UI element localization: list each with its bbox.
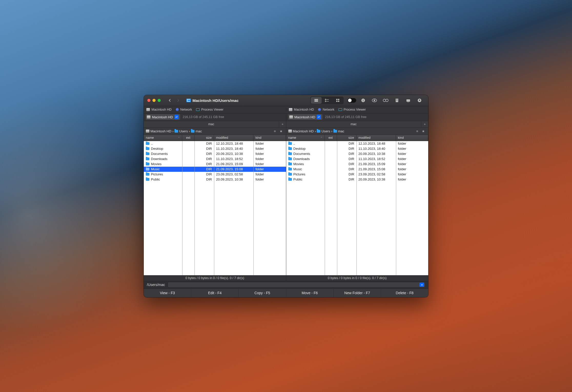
drive-selector-left[interactable]: Macintosh HD ▴▾ bbox=[146, 114, 180, 120]
col-size[interactable]: size bbox=[337, 135, 356, 141]
location-network[interactable]: Network bbox=[318, 108, 334, 111]
location-macintosh-hd[interactable]: Macintosh HD bbox=[289, 108, 314, 111]
table-row[interactable]: PublicDIR20.09.2023, 10:38folder bbox=[286, 177, 428, 182]
disk-icon bbox=[288, 130, 292, 133]
col-size-label: size bbox=[206, 136, 212, 140]
table-row[interactable]: MoviesDIR21.09.2023, 15:09folder bbox=[144, 162, 286, 167]
chevron-right-icon: › bbox=[315, 129, 316, 133]
table-row[interactable]: DesktopDIR11.10.2023, 18:40folder bbox=[144, 146, 286, 151]
file-kind: folder bbox=[253, 142, 286, 145]
view-grid-button[interactable] bbox=[332, 97, 343, 104]
file-name: Movies bbox=[151, 162, 161, 166]
col-size[interactable]: size bbox=[195, 135, 214, 141]
tab-right[interactable]: mac bbox=[286, 121, 421, 128]
dual-pane-toggle[interactable] bbox=[347, 97, 357, 104]
share-button[interactable] bbox=[403, 97, 413, 104]
col-ext[interactable]: ext bbox=[182, 135, 195, 141]
nav-forward-button[interactable] bbox=[175, 97, 182, 104]
location-macintosh-hd[interactable]: Macintosh HD bbox=[146, 108, 172, 111]
table-row[interactable]: DesktopDIR11.10.2023, 18:40folder bbox=[286, 146, 428, 151]
breadcrumb-item[interactable]: Macintosh HD bbox=[288, 129, 314, 133]
col-ext[interactable]: ext bbox=[325, 135, 337, 141]
favorite-star-icon[interactable]: ★ bbox=[278, 128, 284, 134]
table-row[interactable]: ..DIR12.10.2023, 18:48folder bbox=[144, 141, 286, 146]
path-row: /Users/mac ▾ bbox=[144, 281, 428, 289]
file-name: Music bbox=[151, 167, 160, 171]
folder-icon bbox=[333, 130, 337, 133]
tab-add-left[interactable]: ＋ bbox=[279, 121, 286, 128]
table-row[interactable]: ..DIR12.10.2023, 18:48folder bbox=[286, 141, 428, 146]
file-list-left[interactable]: ..DIR12.10.2023, 18:48folderDesktopDIR11… bbox=[144, 141, 286, 275]
chevron-right-icon: › bbox=[189, 129, 190, 133]
fkey-f3[interactable]: View - F3 bbox=[144, 289, 191, 297]
tabs-right: mac ＋ bbox=[286, 121, 428, 128]
location-network[interactable]: Network bbox=[176, 108, 192, 111]
file-size: DIR bbox=[195, 142, 214, 145]
col-modified[interactable]: modified bbox=[356, 135, 396, 141]
close-window-button[interactable] bbox=[147, 99, 150, 102]
table-row[interactable]: PublicDIR20.09.2023, 10:38folder bbox=[144, 177, 286, 182]
column-headers-right: name⌃ ext size modified kind bbox=[286, 135, 428, 141]
favorite-star-icon[interactable]: ★ bbox=[421, 128, 426, 134]
col-kind-label: kind bbox=[256, 136, 261, 140]
col-kind[interactable]: kind bbox=[396, 135, 428, 141]
fkey-f4[interactable]: Edit - F4 bbox=[191, 289, 239, 297]
file-kind: folder bbox=[396, 157, 428, 161]
col-name[interactable]: name⌃ bbox=[144, 135, 182, 141]
view-list-button[interactable] bbox=[311, 97, 322, 104]
col-modified[interactable]: modified bbox=[214, 135, 253, 141]
table-row[interactable]: MusicDIR21.09.2023, 15:08folder bbox=[144, 167, 286, 172]
breadcrumb-item[interactable]: Users bbox=[175, 129, 188, 133]
file-name: Documents bbox=[293, 152, 310, 156]
path-label: /Users/mac bbox=[147, 283, 165, 287]
col-name[interactable]: name⌃ bbox=[286, 135, 325, 141]
file-kind: folder bbox=[396, 162, 428, 166]
command-input[interactable]: ▾ bbox=[168, 282, 425, 288]
table-row[interactable]: PicturesDIR23.09.2023, 02:58folder bbox=[144, 172, 286, 177]
table-row[interactable]: DownloadsDIR11.10.2023, 18:52folder bbox=[286, 156, 428, 162]
drive-free-left: 216,13 GB of 245,11 GB free bbox=[183, 115, 224, 119]
table-row[interactable]: DocumentsDIR20.09.2023, 10:38folder bbox=[144, 151, 286, 156]
table-row[interactable]: MoviesDIR21.09.2023, 15:09folder bbox=[286, 162, 428, 167]
archive-button[interactable] bbox=[392, 97, 402, 104]
fkey-f6[interactable]: Move - F6 bbox=[286, 289, 334, 297]
location-process-viewer[interactable]: Process Viewer bbox=[339, 108, 366, 111]
nav-back-button[interactable] bbox=[166, 97, 173, 104]
history-menu-icon[interactable]: ≡ bbox=[414, 128, 420, 134]
download-button[interactable] bbox=[414, 97, 425, 104]
quicklook-button[interactable] bbox=[369, 97, 380, 104]
tab-left[interactable]: mac bbox=[144, 121, 279, 128]
location-process-viewer[interactable]: Process Viewer bbox=[196, 108, 223, 111]
file-list-right[interactable]: ..DIR12.10.2023, 18:48folderDesktopDIR11… bbox=[286, 141, 428, 275]
status-left: 0 bytes / 0 bytes in 0 / 0 file(s). 0 / … bbox=[144, 276, 286, 281]
fkey-f8[interactable]: Delete - F8 bbox=[381, 289, 428, 297]
info-button[interactable]: i bbox=[358, 97, 368, 104]
minimize-window-button[interactable] bbox=[152, 99, 156, 102]
dropdown-icon[interactable]: ▾ bbox=[420, 283, 424, 287]
table-row[interactable]: MusicDIR21.09.2023, 15:08folder bbox=[286, 167, 428, 172]
file-size: DIR bbox=[195, 167, 214, 171]
zoom-window-button[interactable] bbox=[158, 99, 161, 102]
drive-selector-right[interactable]: Macintosh HD ▴▾ bbox=[288, 114, 323, 120]
fkey-f7[interactable]: New Folder - F7 bbox=[334, 289, 381, 297]
file-name: .. bbox=[151, 142, 153, 145]
file-size: DIR bbox=[337, 157, 356, 161]
tab-add-right[interactable]: ＋ bbox=[421, 121, 428, 128]
status-right: 0 bytes / 0 bytes in 0 / 0 file(s). 0 / … bbox=[286, 276, 428, 281]
file-size: DIR bbox=[337, 177, 356, 181]
history-menu-icon[interactable]: ≡ bbox=[272, 128, 278, 134]
breadcrumb-item[interactable]: Macintosh HD bbox=[146, 129, 171, 133]
col-kind[interactable]: kind bbox=[253, 135, 286, 141]
find-button[interactable] bbox=[381, 97, 391, 104]
table-row[interactable]: DocumentsDIR20.09.2023, 10:38folder bbox=[286, 151, 428, 156]
table-row[interactable]: PicturesDIR23.09.2023, 02:58folder bbox=[286, 172, 428, 177]
breadcrumb-item[interactable]: mac bbox=[191, 129, 202, 133]
table-row[interactable]: DownloadsDIR11.10.2023, 18:52folder bbox=[144, 156, 286, 162]
globe-icon bbox=[318, 108, 321, 111]
disk-icon bbox=[146, 108, 150, 111]
view-columns-button[interactable] bbox=[322, 97, 332, 104]
file-name: Documents bbox=[151, 152, 168, 156]
fkey-f5[interactable]: Copy - F5 bbox=[239, 289, 286, 297]
breadcrumb-item[interactable]: mac bbox=[333, 129, 344, 133]
breadcrumb-item[interactable]: Users bbox=[317, 129, 330, 133]
